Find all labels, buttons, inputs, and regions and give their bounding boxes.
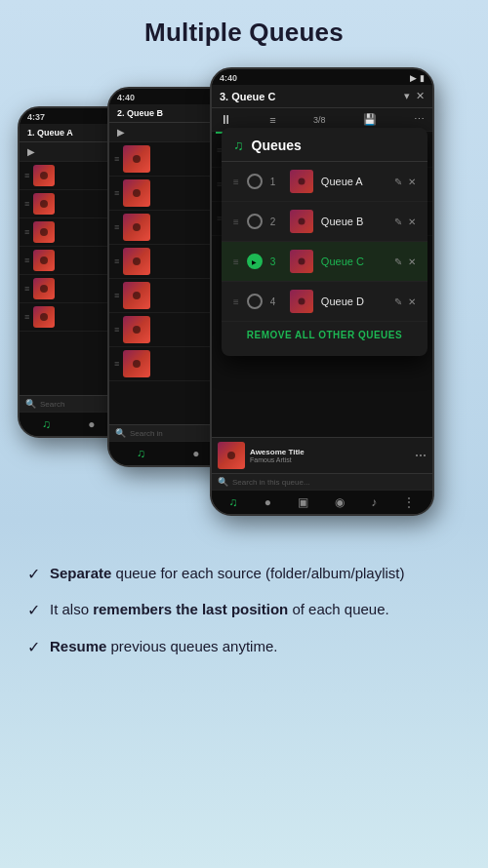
- drag-icon: ≡: [114, 256, 119, 266]
- folder-nav-icon[interactable]: ▣: [298, 495, 308, 509]
- phone3-status-icons: ▶ ▮: [410, 73, 425, 83]
- edit-icon[interactable]: ✎: [394, 217, 402, 227]
- chevron-down-icon[interactable]: ▾: [404, 90, 410, 102]
- drag-icon: ≡: [233, 217, 239, 227]
- more-nav-icon[interactable]: ⋮: [403, 495, 415, 509]
- now-playing-thumb: [218, 442, 245, 469]
- drag-icon: ≡: [24, 227, 29, 237]
- music-nav-icon[interactable]: ♪: [371, 495, 377, 509]
- checkmark-icon: ✓: [27, 637, 40, 658]
- close-icon[interactable]: ✕: [416, 90, 425, 102]
- queue-b-circle: [247, 214, 263, 229]
- queue-item-c[interactable]: ≡ 3 Queue C ✎ ✕: [222, 242, 427, 282]
- phone3-time: 4:40: [220, 73, 237, 83]
- queue-item-d[interactable]: ≡ 4 Queue D ✎ ✕: [222, 282, 427, 322]
- now-playing-strip: Awesome Title Famous Artist ⋯: [212, 437, 432, 473]
- drag-icon: ≡: [233, 177, 239, 187]
- phone3-search-placeholder: Search in this queue...: [232, 478, 310, 487]
- bullet-text-1: Separate queue for each source (folder/a…: [50, 563, 405, 583]
- queue-icon[interactable]: ♫: [42, 417, 51, 431]
- delete-icon[interactable]: ✕: [408, 256, 416, 267]
- play-icon[interactable]: ●: [192, 447, 199, 460]
- delete-icon[interactable]: ✕: [408, 217, 416, 227]
- more-icon[interactable]: ⋯: [414, 113, 425, 126]
- queues-overlay-title: Queues: [252, 138, 302, 153]
- queue-b-name: Queue B: [321, 216, 386, 227]
- track-thumb: [33, 193, 55, 215]
- edit-icon[interactable]: ✎: [394, 256, 402, 267]
- search-icon: 🔍: [25, 399, 36, 409]
- delete-icon[interactable]: ✕: [408, 296, 416, 307]
- search-icon: 🔍: [115, 428, 126, 438]
- queue-a-circle: [247, 174, 263, 189]
- bullet-item-2: ✓ It also remembers the last position of…: [27, 599, 461, 621]
- phone2-search-placeholder: Search in: [130, 429, 163, 438]
- now-playing-title: Awesome Title: [250, 448, 410, 456]
- phone1-play-icon[interactable]: ▶: [27, 146, 35, 157]
- queues-overlay: ♫ Queues ≡ 1 Queue A ✎ ✕ ≡: [222, 128, 427, 356]
- drag-icon: ≡: [114, 222, 119, 232]
- user-nav-icon[interactable]: ◉: [335, 495, 345, 509]
- track-thumb: [123, 282, 150, 309]
- phone2-time: 4:40: [117, 93, 135, 102]
- signal-icon: ▶: [410, 73, 417, 83]
- track-thumb: [33, 221, 55, 243]
- queue-b-actions: ✎ ✕: [394, 217, 416, 227]
- drag-icon: ≡: [114, 188, 119, 198]
- track-thumb: [123, 316, 150, 343]
- phone1-search-placeholder: Search: [40, 400, 64, 409]
- page-title: Multiple Queues: [0, 0, 488, 58]
- remove-all-queues-button[interactable]: REMOVE ALL OTHER QUEUES: [222, 322, 427, 348]
- queue-d-thumb: [290, 290, 313, 313]
- drag-icon: ≡: [24, 256, 29, 265]
- phone1-time: 4:37: [27, 112, 45, 122]
- now-playing-artist: Famous Artist: [250, 456, 410, 463]
- more-icon[interactable]: ⋯: [415, 449, 427, 462]
- phone3-search-bar[interactable]: 🔍 Search in this queue...: [212, 473, 432, 490]
- queue-a-thumb: [290, 170, 313, 193]
- queue-icon[interactable]: ♫: [137, 447, 145, 460]
- play-icon[interactable]: ●: [88, 417, 95, 431]
- drag-icon: ≡: [24, 312, 29, 322]
- drag-icon: ≡: [114, 359, 119, 369]
- queues-overlay-header: ♫ Queues: [222, 128, 427, 162]
- edit-icon[interactable]: ✎: [394, 296, 402, 307]
- sort-icon[interactable]: ≡: [269, 114, 275, 126]
- search-icon: 🔍: [218, 477, 228, 487]
- track-thumb: [33, 278, 55, 299]
- checkmark-icon: ✓: [27, 564, 40, 585]
- queue-item-a[interactable]: ≡ 1 Queue A ✎ ✕: [222, 162, 427, 202]
- drag-icon: ≡: [24, 171, 29, 180]
- queue-b-num: 2: [270, 217, 282, 227]
- bullet-item-1: ✓ Separate queue for each source (folder…: [27, 563, 461, 585]
- track-thumb: [123, 248, 150, 275]
- queue-nav-icon[interactable]: ♫: [229, 495, 238, 509]
- drag-icon: ≡: [114, 154, 119, 164]
- bullet-text-2: It also remembers the last position of e…: [50, 599, 389, 619]
- track-thumb: [123, 179, 150, 207]
- phone3-queue-name: 3. Queue C: [220, 91, 275, 102]
- save-icon[interactable]: 💾: [363, 113, 377, 126]
- queue-d-num: 4: [270, 296, 282, 307]
- queue-a-num: 1: [270, 177, 282, 187]
- queue-a-actions: ✎ ✕: [394, 177, 416, 187]
- phone2-queue-name: 2. Queue B: [117, 108, 163, 118]
- feature-bullets: ✓ Separate queue for each source (folder…: [0, 545, 488, 682]
- phone3-status-bar: 4:40 ▶ ▮: [212, 69, 432, 85]
- phone2-play-icon[interactable]: ▶: [117, 127, 125, 138]
- delete-icon[interactable]: ✕: [408, 177, 416, 187]
- phone3-track-count: 3/8: [313, 115, 326, 125]
- queue-c-actions: ✎ ✕: [394, 256, 416, 267]
- phones-area: 4:37 ▶ 1. Queue A ▶ ≡ ≡ ≡ ≡: [0, 58, 488, 545]
- play-nav-icon[interactable]: ●: [264, 495, 271, 509]
- pause-icon[interactable]: ⏸: [220, 112, 232, 127]
- queue-d-circle: [247, 294, 263, 309]
- drag-icon: ≡: [114, 325, 119, 335]
- queue-c-thumb: [290, 250, 313, 273]
- queue-item-b[interactable]: ≡ 2 Queue B ✎ ✕: [222, 202, 427, 242]
- track-thumb: [123, 145, 150, 173]
- track-thumb: [33, 250, 55, 271]
- track-thumb: [123, 350, 150, 377]
- battery-icon: ▮: [420, 73, 425, 83]
- edit-icon[interactable]: ✎: [394, 177, 402, 187]
